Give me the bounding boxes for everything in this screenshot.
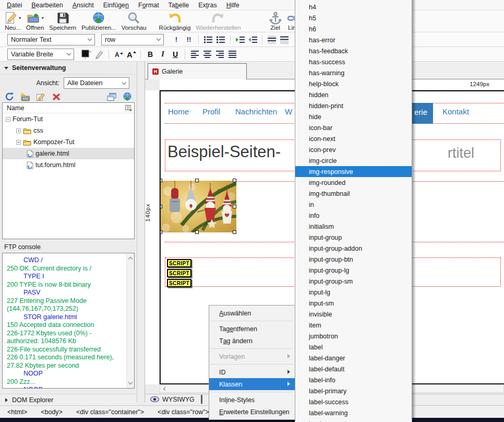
tree-item-css[interactable]: +css: [3, 125, 134, 136]
panel-splitter[interactable]: [137, 62, 145, 402]
class-option-invisible[interactable]: invisible: [295, 309, 412, 320]
class-option-help-block[interactable]: help-block: [295, 78, 412, 89]
scroll-up-icon[interactable]: [128, 257, 133, 261]
paragraph-marks-2-button[interactable]: [279, 34, 290, 45]
class-option-hidden-print[interactable]: hidden-print: [295, 100, 412, 111]
resize-handle[interactable]: [195, 179, 199, 182]
align-right-button[interactable]: [214, 49, 225, 60]
class-option-label-success[interactable]: label-success: [295, 396, 412, 407]
class-option-h5[interactable]: h5: [295, 13, 412, 24]
class-option-input-group-sm[interactable]: input-group-sm: [295, 276, 412, 287]
class-option-label-primary[interactable]: label-primary: [295, 385, 412, 396]
class-option-label-warning[interactable]: label-warning: [295, 407, 412, 418]
class-option-img-responsive[interactable]: img-responsive: [295, 166, 412, 177]
text-color-button[interactable]: [81, 49, 92, 60]
new-folder-button[interactable]: [20, 92, 30, 101]
class-option-icon-bar[interactable]: icon-bar: [295, 122, 412, 133]
collapse-box-icon[interactable]: −: [6, 117, 10, 122]
underline-button[interactable]: U: [170, 49, 181, 60]
class-option-input-group-lg[interactable]: input-group-lg: [295, 265, 412, 276]
paragraph-format-select[interactable]: Normaler Text: [7, 34, 95, 45]
class-option-has-feedback[interactable]: has-feedback: [295, 45, 412, 56]
context-menu-auswählen[interactable]: Auswählen: [209, 307, 295, 319]
script-placeholder[interactable]: SCRIPT: [167, 279, 191, 287]
resize-handle[interactable]: [233, 179, 236, 182]
resize-handle[interactable]: [160, 205, 162, 208]
menu-extras[interactable]: Extras: [194, 1, 221, 10]
tab-galerie[interactable]: H Galerie: [148, 63, 247, 79]
context-menu-erweiterte-einstellungen[interactable]: Erweiterte Einstellungen: [209, 406, 295, 418]
class-option-item[interactable]: item: [295, 320, 412, 331]
italic-button[interactable]: I: [157, 49, 169, 60]
nav-link-home[interactable]: Home: [168, 107, 189, 116]
context-menu-tag-entfernen[interactable]: Tag entfernen: [209, 323, 295, 335]
class-option-initialism[interactable]: initialism: [295, 221, 412, 232]
width-mode-select[interactable]: Variable Breite: [7, 49, 74, 60]
tab-wysiwyg[interactable]: WYSIWYG: [145, 394, 200, 404]
tree-item-kompozer-tut[interactable]: +Kompozer-Tut: [3, 136, 134, 148]
context-menu-inline-styles[interactable]: Inline-Styles: [209, 394, 295, 406]
context-menu-vorlagen[interactable]: Vorlagen: [209, 350, 295, 362]
vertical-ruler[interactable]: 140px: [145, 90, 160, 384]
paragraph-marks-1-button[interactable]: [266, 34, 278, 45]
class-option-label[interactable]: label: [295, 342, 412, 353]
menu-tabelle[interactable]: Tabelle: [164, 1, 194, 10]
emphasis-button[interactable]: !: [171, 34, 182, 45]
align-justify-button[interactable]: [226, 49, 238, 60]
toolbar-vorschau[interactable]: Vorschau: [119, 11, 149, 31]
class-option-input-lg[interactable]: input-lg: [295, 287, 412, 298]
nav-link-profil[interactable]: Profil: [202, 107, 220, 116]
nav-tab-active[interactable]: erie: [412, 103, 433, 124]
css-class-select[interactable]: row: [101, 34, 164, 45]
dropdown-caret-icon[interactable]: ▾: [19, 16, 21, 20]
class-option-in[interactable]: in: [295, 199, 412, 210]
statusbar-element-div-class-container[interactable]: <div class="container">: [76, 408, 144, 416]
font-smaller-button[interactable]: A: [113, 49, 124, 60]
nav-link-kontakt[interactable]: Kontakt: [442, 107, 469, 116]
nav-link-nachrichten[interactable]: Nachrichten: [235, 107, 277, 116]
resize-handle[interactable]: [160, 179, 162, 182]
site-manager-header[interactable]: Seitenverwaltung: [0, 62, 137, 75]
class-option-has-warning[interactable]: has-warning: [295, 67, 412, 78]
script-placeholder[interactable]: SCRIPT: [167, 259, 191, 267]
bullet-list-button[interactable]: [215, 34, 226, 45]
toolbar-wiederherstellen[interactable]: Wiederherstellen: [193, 11, 243, 31]
ftp-scrollbar[interactable]: [126, 253, 134, 388]
class-option-label-info[interactable]: label-info: [295, 374, 412, 385]
font-larger-button[interactable]: A: [125, 49, 137, 60]
class-option-info[interactable]: info: [295, 210, 412, 221]
statusbar-element-html[interactable]: <html>: [7, 408, 27, 416]
indent-less-button[interactable]: [247, 34, 258, 45]
toolbar-ziel[interactable]: Ziel: [267, 11, 284, 31]
class-option-img-circle[interactable]: img-circle: [295, 155, 412, 166]
class-option-input-group-btn[interactable]: input-group-btn: [295, 254, 412, 265]
class-option-lead[interactable]: lead: [295, 418, 412, 422]
nav-link-w[interactable]: W: [285, 107, 292, 116]
menu-bearbeiten[interactable]: Bearbeiten: [27, 1, 67, 10]
delete-button[interactable]: [51, 92, 62, 101]
class-option-label-default[interactable]: label-default: [295, 364, 412, 374]
scroll-down-icon[interactable]: [128, 380, 133, 384]
align-center-button[interactable]: [201, 49, 213, 60]
menu-einfügen[interactable]: Einfügen: [99, 1, 134, 10]
script-placeholder[interactable]: SCRIPT: [167, 269, 191, 277]
toolbar-öffnen[interactable]: ▾Öffnen: [23, 11, 46, 31]
class-option-has-success[interactable]: has-success: [295, 56, 412, 67]
column-picker-icon[interactable]: [125, 105, 132, 111]
statusbar-element-div-class-row[interactable]: <div class="row">: [158, 408, 209, 416]
class-option-hidden[interactable]: hidden: [295, 89, 412, 100]
class-option-has-error[interactable]: has-error: [295, 34, 412, 45]
class-option-h6[interactable]: h6: [295, 24, 412, 34]
tree-item-tut-forum-html[interactable]: tut.forum.html: [3, 159, 134, 171]
class-option-icon-next[interactable]: icon-next: [295, 133, 412, 144]
toolbar-speichern[interactable]: Speichern: [46, 11, 79, 31]
class-option-icon-prev[interactable]: icon-prev: [295, 144, 412, 155]
refresh-button[interactable]: [4, 92, 15, 101]
context-menu-klassen[interactable]: Klassen: [209, 378, 295, 390]
resize-handle[interactable]: [160, 230, 162, 234]
selected-image[interactable]: [161, 181, 236, 232]
toolbar-neu[interactable]: ▾Neu...: [2, 11, 23, 31]
context-menu-tag-ändern[interactable]: Tag ändern: [209, 335, 295, 347]
indent-more-button[interactable]: [234, 34, 246, 45]
align-left-button[interactable]: [189, 49, 200, 60]
